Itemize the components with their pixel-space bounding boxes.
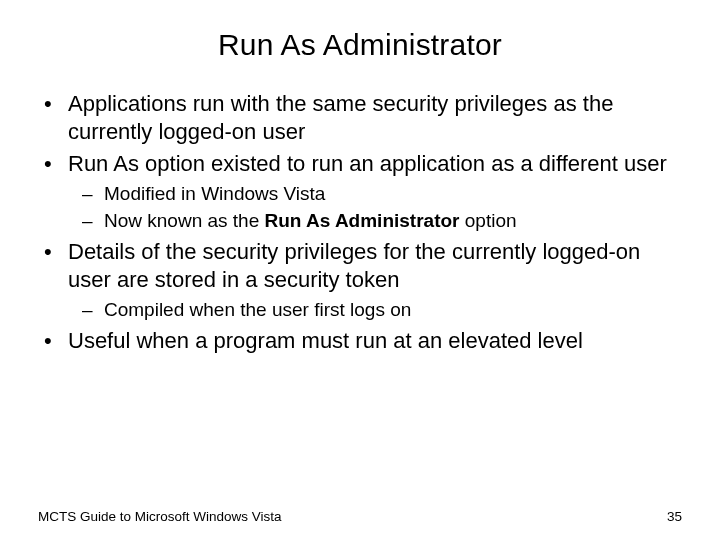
footer-source: MCTS Guide to Microsoft Windows Vista: [38, 509, 282, 524]
sub-bullet-item: Compiled when the user first logs on: [68, 298, 682, 323]
sub-bullet-text-bold: Run As Administrator: [265, 210, 460, 231]
footer-page-number: 35: [667, 509, 682, 524]
slide-content: Applications run with the same security …: [38, 90, 682, 540]
bullet-text: Details of the security privileges for t…: [68, 239, 640, 292]
sub-bullet-item: Now known as the Run As Administrator op…: [68, 209, 682, 234]
sub-bullet-list: Compiled when the user first logs on: [68, 298, 682, 323]
slide-title: Run As Administrator: [38, 28, 682, 62]
bullet-item: Details of the security privileges for t…: [38, 238, 682, 323]
sub-bullet-text-pre: Now known as the: [104, 210, 265, 231]
bullet-item: Applications run with the same security …: [38, 90, 682, 146]
bullet-item: Useful when a program must run at an ele…: [38, 327, 682, 355]
sub-bullet-list: Modified in Windows Vista Now known as t…: [68, 182, 682, 233]
bullet-item: Run As option existed to run an applicat…: [38, 150, 682, 234]
bullet-text: Run As option existed to run an applicat…: [68, 151, 667, 176]
sub-bullet-item: Modified in Windows Vista: [68, 182, 682, 207]
bullet-list: Applications run with the same security …: [38, 90, 682, 355]
sub-bullet-text-post: option: [459, 210, 516, 231]
slide: Run As Administrator Applications run wi…: [0, 0, 720, 540]
slide-footer: MCTS Guide to Microsoft Windows Vista 35: [38, 509, 682, 524]
